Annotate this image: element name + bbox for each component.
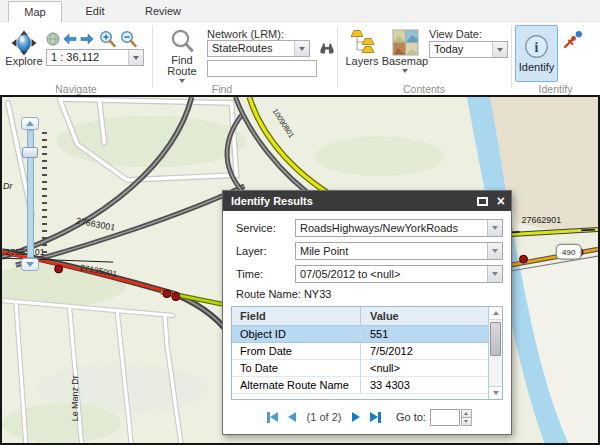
view-date-combobox[interactable]: Today [429,41,508,58]
tab-edit[interactable]: Edit [62,1,128,22]
page-status: (1 of 2) [307,411,342,423]
ribbon: Explore 1 : 36,112 Navigate [0,22,600,95]
layers-toc-icon [349,29,376,56]
route-label-27662901: 27662901 [522,215,562,225]
last-page-button[interactable] [370,412,381,423]
time-value: 07/05/2012 to <null> [296,266,487,282]
dialog-title: Identify Results [231,195,477,207]
field-cell: Object ID [232,326,360,342]
table-scrollbar[interactable] [488,307,502,399]
goto-page-input[interactable] [430,409,460,426]
scrollbar-down-button[interactable] [489,386,502,399]
table-header-row: Field Value [232,307,488,326]
zoom-out-icon[interactable] [120,30,137,48]
layers-button[interactable]: Layers [344,29,380,67]
route-name-value: NY33 [304,288,332,300]
binoculars-icon[interactable] [319,41,335,55]
route-name-line: Route Name: NY33 [236,288,503,300]
group-label-contents: Contents [337,83,511,95]
service-label: Service: [231,222,295,234]
view-date-dropdown-button[interactable] [492,42,507,57]
network-lrm-combobox[interactable]: StateRoutes [207,40,310,57]
zoom-in-icon[interactable] [99,30,116,48]
down-arrow-icon [26,262,34,267]
svg-text:i: i [535,40,539,55]
previous-page-button[interactable] [288,412,296,422]
service-combobox[interactable]: RoadsHighways/NewYorkRoads [295,219,503,237]
layer-dropdown-button[interactable] [487,243,502,259]
zoom-slider-handle[interactable] [22,147,38,158]
application-window: Map Edit Review Explore [0,0,600,445]
close-icon[interactable]: × [497,194,505,208]
attributes-table: Field Value Object ID 551 From Date 7/5/… [231,306,503,400]
identify-results-dialog: Identify Results × Service: RoadsHighway… [222,190,512,435]
field-cell: To Date [232,360,360,376]
map-scale-combobox[interactable]: 1 : 36,112 [46,49,144,66]
maximize-icon[interactable] [477,197,488,206]
svg-text:490: 490 [562,248,576,257]
street-label-dr: Dr [3,181,13,191]
route-search-field[interactable] [207,60,317,77]
tab-map[interactable]: Map [8,1,62,22]
group-separator [152,26,153,88]
explore-pan-icon [11,30,37,56]
service-dropdown-button[interactable] [487,220,502,236]
back-arrow-icon[interactable] [63,33,77,45]
field-cell: Alternate Route Name [232,377,360,393]
identify-route-locations-icon[interactable] [563,30,583,50]
layer-value: Mile Point [296,243,487,259]
explore-button[interactable]: Explore [3,30,45,67]
column-header-field: Field [232,307,360,325]
identify-info-icon: i [524,34,549,59]
view-date-value: Today [430,42,492,57]
basemap-button[interactable]: Basemap [384,29,426,73]
identify-button[interactable]: i Identify [515,25,558,82]
group-separator [511,26,512,88]
pagination-bar: (1 of 2) Go to: [231,400,503,430]
layer-combobox[interactable]: Mile Point [295,242,503,260]
zoom-slider-down-button[interactable] [21,258,39,271]
time-dropdown-button[interactable] [487,266,502,282]
dialog-body: Service: RoadsHighways/NewYorkRoads Laye… [223,211,511,430]
network-lrm-value: StateRoutes [208,41,294,56]
route-label-27663001: 27663001 [75,216,116,233]
network-lrm-dropdown-button[interactable] [294,41,309,56]
basemap-gallery-icon [392,29,419,56]
scrollbar-thumb[interactable] [490,322,501,356]
dialog-titlebar[interactable]: Identify Results × [223,191,511,211]
group-separator [337,26,338,88]
group-label-find: Find [152,83,292,95]
goto-label: Go to: [396,411,426,423]
value-cell: <null> [360,360,488,376]
tab-review[interactable]: Review [128,1,198,22]
find-route-button[interactable]: Find Route [160,28,204,83]
column-header-value: Value [360,307,488,325]
network-lrm-label: Network (LRM): [207,28,284,40]
forward-arrow-icon[interactable] [80,33,94,45]
next-page-button[interactable] [352,412,360,422]
value-cell: 551 [360,326,488,342]
goto-spinner[interactable] [461,409,472,426]
group-label-identify: Identify [511,83,600,95]
identify-label: Identify [519,61,554,73]
route-search-value [208,61,316,76]
basemap-dropdown-arrow [402,69,408,73]
globe-icon[interactable] [46,32,60,46]
table-row[interactable]: From Date 7/5/2012 [232,343,488,360]
map-viewport[interactable]: 490 27663001 27663101 27135001 10090801 … [0,95,600,445]
first-page-button[interactable] [267,412,278,423]
table-row[interactable]: Object ID 551 [232,326,488,343]
scrollbar-up-button[interactable] [489,307,502,320]
route-label-27663101: 27663101 [5,247,45,257]
ribbon-tab-bar: Map Edit Review [0,0,600,22]
service-value: RoadsHighways/NewYorkRoads [296,220,487,236]
table-row[interactable]: To Date <null> [232,360,488,377]
zoom-slider-up-button[interactable] [21,117,39,130]
highway-shield-490: 490 [556,244,581,259]
table-row[interactable]: Alternate Route Name 33 4303 [232,377,488,394]
up-arrow-icon [26,121,34,126]
time-combobox[interactable]: 07/05/2012 to <null> [295,265,503,283]
map-scale-value: 1 : 36,112 [47,50,128,65]
find-route-label-2: Route [167,66,196,77]
map-scale-dropdown-button[interactable] [128,50,143,65]
